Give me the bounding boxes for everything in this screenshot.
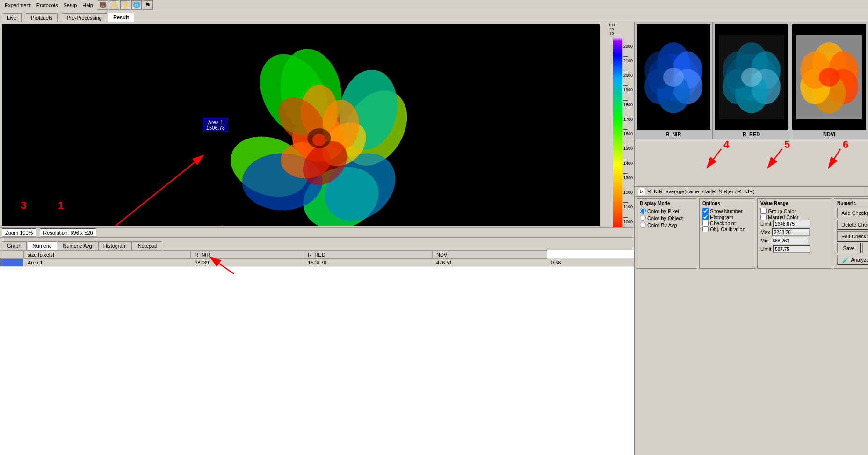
max-input[interactable] <box>772 228 810 236</box>
tick-1200: —1200 <box>623 185 633 195</box>
tab-graph[interactable]: Graph <box>2 241 27 250</box>
data-table-area: size [pixels] R_NIR R_RED NDVI Area 1 98… <box>0 250 634 455</box>
tick-2000: —2000 <box>623 68 633 78</box>
col-header-ndvi: NDVI <box>432 250 547 258</box>
svg-line-56 <box>829 149 840 168</box>
tab-separator-1: | <box>22 13 26 19</box>
table-row: Area 1 98039 1506.78 476.51 0.68 <box>0 258 634 266</box>
value-range-panel: Value Range Group Color Manual Color Lim… <box>757 198 832 269</box>
svg-text:5: 5 <box>784 139 790 150</box>
delete-checkpoint-button[interactable]: Delete Checkpoint <box>837 220 868 230</box>
load-button[interactable]: Load <box>862 243 868 253</box>
menu-setup[interactable]: Setup <box>61 1 80 9</box>
tab-histogram[interactable]: Histogram <box>98 241 132 250</box>
tick-1900: —1900 <box>623 83 633 92</box>
toolbar-icon-4[interactable]: 🌐 <box>131 0 142 10</box>
radio-color-by-object[interactable]: Color by Object <box>640 215 694 221</box>
display-mode-panel: Display Mode Color by Pixel Color by Obj… <box>637 198 697 269</box>
display-mode-title: Display Mode <box>640 201 694 206</box>
checkbox-obj-calibration[interactable]: Obj. Calibration <box>702 226 752 232</box>
formula-text: R_NIR=average(frame_startR_NIR,endR_NIR) <box>647 189 755 194</box>
checkbox-manual-color[interactable]: Manual Color <box>760 214 829 220</box>
svg-point-32 <box>663 68 684 87</box>
main-image-area[interactable]: Area 1 1506.78 3 1 <box>2 24 600 226</box>
checkbox-histogram[interactable]: Histogram <box>702 214 752 220</box>
save-button[interactable]: Save <box>837 243 861 253</box>
checkbox-show-number[interactable]: Show Number <box>702 208 752 214</box>
thumbnail-ndvi[interactable]: NDVI <box>790 22 868 139</box>
annotation-svg: 4 5 6 <box>635 139 868 186</box>
edit-checkpoint-button[interactable]: Edit Checkpoint <box>837 231 868 242</box>
colorbar-area: —2200 —2100 —2000 —1900 —1800 —1700 —160… <box>601 22 634 228</box>
min-input[interactable] <box>771 237 808 244</box>
value-range-title: Value Range <box>760 201 829 206</box>
delete-checkpoint-row: Delete Checkpoint <box>837 220 868 230</box>
svg-line-52 <box>707 149 721 168</box>
tab-protocols[interactable]: Protocols <box>26 13 58 22</box>
svg-point-50 <box>819 68 839 87</box>
tick-1600: —1600 <box>623 127 633 136</box>
radio-color-by-avg[interactable]: Color By Avg <box>640 222 694 228</box>
thumbnail-rred[interactable]: R_RED <box>713 22 791 139</box>
thumbnail-rred-img <box>715 24 788 130</box>
menu-experiment[interactable]: Experiment <box>2 1 34 9</box>
thumbnail-rnir-img <box>637 24 710 130</box>
annotation-1: 1 <box>58 199 64 212</box>
menu-bar: Experiment Protocols Setup Help 🐻 ⚡ ⚡ 🌐 … <box>0 0 868 10</box>
limit2-input[interactable] <box>773 245 810 253</box>
thumbnail-rred-label: R_RED <box>743 132 760 137</box>
svg-text:4: 4 <box>723 139 730 150</box>
toolbar-icon-1[interactable]: 🐻 <box>98 0 108 10</box>
analyze-button[interactable]: 🧪 Analyze <box>837 255 868 265</box>
options-title: Options <box>702 201 752 206</box>
tab-separator-2: | <box>58 13 62 19</box>
zoom-status: Zoom 100% <box>2 228 36 237</box>
svg-line-23 <box>210 257 234 274</box>
tab-numeric[interactable]: Numeric <box>28 241 57 250</box>
toolbar-icon-5[interactable]: ⚑ <box>143 0 153 10</box>
formula-bar: fx R_NIR=average(frame_startR_NIR,endR_N… <box>635 186 868 197</box>
area-label: Area 1 1506.78 <box>203 118 228 132</box>
col-header-color <box>0 250 24 258</box>
thumbnail-rnir-label: R_NIR <box>665 132 681 137</box>
radio-color-by-pixel[interactable]: Color by Pixel <box>640 208 694 214</box>
add-checkpoint-button[interactable]: Add Checkpoint <box>837 208 868 218</box>
edit-checkpoint-row: Edit Checkpoint <box>837 231 868 242</box>
thumbnail-rnir[interactable]: R_NIR <box>635 22 713 139</box>
colorbar-gradient <box>613 37 622 228</box>
limit-field: Limit <box>760 220 829 228</box>
col-header-size: size [pixels] <box>24 250 191 258</box>
tab-notepad[interactable]: Notepad <box>133 241 163 250</box>
checkbox-group-color[interactable]: Group Color <box>760 208 829 214</box>
tab-preprocessing[interactable]: Pre-Processing <box>62 13 107 22</box>
menu-protocols[interactable]: Protocols <box>34 1 61 9</box>
resolution-status: Resolution: 696 x 520 <box>40 228 96 237</box>
bottom-tabs: Graph Numeric Numeric Avg Histogram Note… <box>0 238 634 250</box>
tab-live[interactable]: Live <box>2 13 22 22</box>
row-ndvi: 0.68 <box>547 258 634 266</box>
toolbar-icon-2[interactable]: ⚡ <box>109 0 119 10</box>
tick-2200: —2200 <box>623 39 633 49</box>
thumbnail-ndvi-img <box>792 24 866 130</box>
right-panel: R_NIR R_RED <box>634 22 868 455</box>
numeric-title: Numeric <box>837 201 868 206</box>
tick-1500: —1500 <box>623 141 633 151</box>
row-color-cell <box>0 258 24 266</box>
svg-point-18 <box>312 134 326 146</box>
annotation-area: 4 5 6 <box>635 139 868 186</box>
left-panel: Area 1 1506.78 3 1 <box>0 22 634 455</box>
tick-1800: —1800 <box>623 98 633 107</box>
row-label: Area 1 <box>24 258 191 266</box>
display-mode-radios: Color by Pixel Color by Object Color By … <box>640 208 694 228</box>
toolbar-icon-3[interactable]: ⚡ <box>120 0 130 10</box>
tab-result[interactable]: Result <box>108 13 134 22</box>
annotation-3: 3 <box>21 199 26 212</box>
row-rnir: 1506.78 <box>304 258 433 266</box>
checkbox-checkpoint[interactable]: Checkpoint <box>702 220 752 226</box>
tab-numeric-avg[interactable]: Numeric Avg <box>58 241 97 250</box>
thumbnails-area: R_NIR R_RED <box>635 22 868 139</box>
main-content: Area 1 1506.78 3 1 <box>0 22 868 455</box>
limit-input[interactable] <box>773 220 810 228</box>
controls-row-main: Display Mode Color by Pixel Color by Obj… <box>637 198 866 269</box>
menu-help[interactable]: Help <box>80 1 96 9</box>
